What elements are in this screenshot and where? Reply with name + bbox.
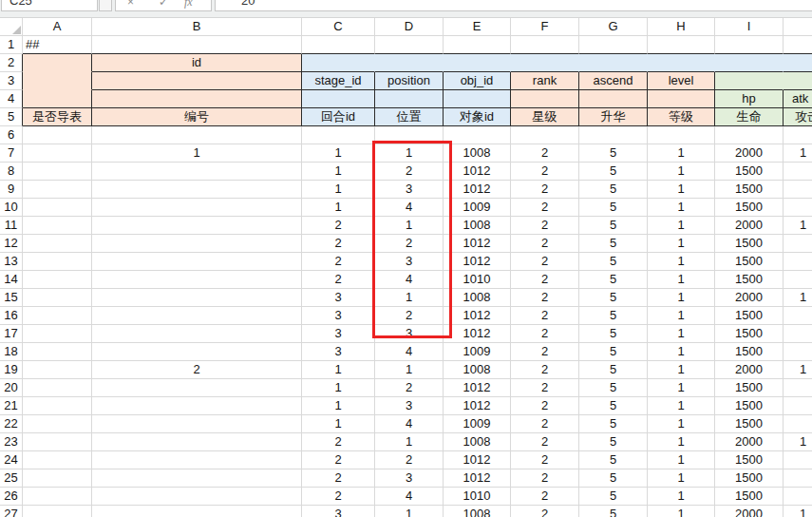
cell-G1[interactable]	[579, 36, 648, 54]
cell-E12[interactable]: 1012	[444, 235, 511, 253]
cell-E26[interactable]: 1010	[444, 488, 511, 506]
cell-C11[interactable]: 2	[302, 217, 375, 235]
cell-H10[interactable]: 1	[648, 199, 715, 217]
cell-J11[interactable]: 1	[784, 217, 812, 235]
cell-D15[interactable]: 1	[375, 289, 444, 307]
cell-A2[interactable]	[23, 54, 92, 72]
cell-J22[interactable]	[784, 415, 812, 433]
cell-F17[interactable]: 2	[511, 325, 579, 343]
cell-A5[interactable]: 是否导表	[23, 108, 92, 126]
cell-D14[interactable]: 4	[375, 271, 444, 289]
cell-D6[interactable]	[375, 126, 444, 144]
cell-C10[interactable]: 1	[302, 199, 375, 217]
cell-B13[interactable]	[92, 253, 302, 271]
cell-A12[interactable]	[23, 235, 92, 253]
cell-H14[interactable]: 1	[648, 271, 715, 289]
cell-A13[interactable]	[23, 253, 92, 271]
row-header-19[interactable]: 19	[0, 361, 23, 379]
cell-B16[interactable]	[92, 307, 302, 325]
cell-B3[interactable]	[92, 72, 302, 90]
cell-H3[interactable]: level	[648, 72, 715, 90]
cell-D20[interactable]: 2	[375, 379, 444, 397]
cell-C5[interactable]: 回合id	[302, 108, 375, 126]
row-header-20[interactable]: 20	[0, 379, 23, 397]
cell-D13[interactable]: 3	[375, 253, 444, 271]
cell-H25[interactable]: 1	[648, 469, 715, 488]
column-header-G[interactable]: G	[579, 18, 648, 36]
cell-I10[interactable]: 1500	[715, 199, 784, 217]
cell-B24[interactable]	[92, 451, 302, 469]
cell-H13[interactable]: 1	[648, 253, 715, 271]
cell-G8[interactable]: 5	[579, 163, 648, 181]
cell-B22[interactable]	[92, 415, 302, 433]
column-header-I[interactable]: I	[715, 18, 784, 36]
cell-E27[interactable]: 1008	[444, 506, 511, 517]
column-header-J[interactable]	[784, 18, 812, 36]
cell-H6[interactable]	[648, 126, 715, 144]
name-box-dropdown[interactable]	[99, 0, 112, 11]
cell-H12[interactable]: 1	[648, 235, 715, 253]
cell-E3[interactable]: obj_id	[444, 72, 511, 90]
cell-F8[interactable]: 2	[511, 163, 579, 181]
cell-A10[interactable]	[23, 199, 92, 217]
cell-J7[interactable]: 1	[784, 144, 812, 163]
cell-J8[interactable]	[784, 163, 812, 181]
cell-C21[interactable]: 1	[302, 397, 375, 415]
cell-G11[interactable]: 5	[579, 217, 648, 235]
row-header-5[interactable]: 5	[0, 108, 23, 126]
cell-A18[interactable]	[23, 343, 92, 361]
cell-I16[interactable]: 1500	[715, 307, 784, 325]
cell-H7[interactable]: 1	[648, 144, 715, 163]
cell-F13[interactable]: 2	[511, 253, 579, 271]
cell-G23[interactable]: 5	[579, 433, 648, 451]
cell-C18[interactable]: 3	[302, 343, 375, 361]
cell-I25[interactable]: 1500	[715, 469, 784, 488]
column-header-F[interactable]: F	[511, 18, 579, 36]
cell-D18[interactable]: 4	[375, 343, 444, 361]
name-box[interactable]: C25	[1, 0, 98, 11]
cell-F3[interactable]: rank	[511, 72, 579, 90]
cell-A6[interactable]	[23, 126, 92, 144]
cell-J19[interactable]: 1	[784, 361, 812, 379]
insert-function-icon[interactable]: fx	[184, 0, 193, 8]
cell-D4[interactable]	[375, 90, 444, 108]
cell-C8[interactable]: 1	[302, 163, 375, 181]
cell-A19[interactable]	[23, 361, 92, 379]
row-header-23[interactable]: 23	[0, 433, 23, 451]
row-header-3[interactable]: 3	[0, 72, 23, 90]
cell-H17[interactable]: 1	[648, 325, 715, 343]
cell-D26[interactable]: 4	[375, 488, 444, 506]
cell-A22[interactable]	[23, 415, 92, 433]
cell-D19[interactable]: 1	[375, 361, 444, 379]
cell-G18[interactable]: 5	[579, 343, 648, 361]
cell-H11[interactable]: 1	[648, 217, 715, 235]
cell-C12[interactable]: 2	[302, 235, 375, 253]
cell-J14[interactable]	[784, 271, 812, 289]
cell-F25[interactable]: 2	[511, 469, 579, 488]
row-header-10[interactable]: 10	[0, 199, 23, 217]
cell-E10[interactable]: 1009	[444, 199, 511, 217]
cell-C16[interactable]: 3	[302, 307, 375, 325]
cell-I11[interactable]: 2000	[715, 217, 784, 235]
cell-H22[interactable]: 1	[648, 415, 715, 433]
cell-J24[interactable]	[784, 451, 812, 469]
row-header-14[interactable]: 14	[0, 271, 23, 289]
cell-J10[interactable]	[784, 199, 812, 217]
cell-H15[interactable]: 1	[648, 289, 715, 307]
cell-E22[interactable]: 1009	[444, 415, 511, 433]
cell-C7[interactable]: 1	[302, 144, 375, 163]
cell-G25[interactable]: 5	[579, 469, 648, 488]
cell-F4[interactable]	[511, 90, 579, 108]
cell-C13[interactable]: 2	[302, 253, 375, 271]
cell-D16[interactable]: 2	[375, 307, 444, 325]
cell-H2[interactable]	[648, 54, 715, 72]
cell-I15[interactable]: 2000	[715, 289, 784, 307]
cell-F11[interactable]: 2	[511, 217, 579, 235]
cell-D22[interactable]: 4	[375, 415, 444, 433]
cell-A9[interactable]	[23, 181, 92, 199]
cell-B2[interactable]: id	[92, 54, 302, 72]
cell-F5[interactable]: 星级	[511, 108, 579, 126]
cell-F10[interactable]: 2	[511, 199, 579, 217]
cell-I4[interactable]: hp	[715, 90, 784, 108]
cell-A3[interactable]	[23, 72, 92, 90]
